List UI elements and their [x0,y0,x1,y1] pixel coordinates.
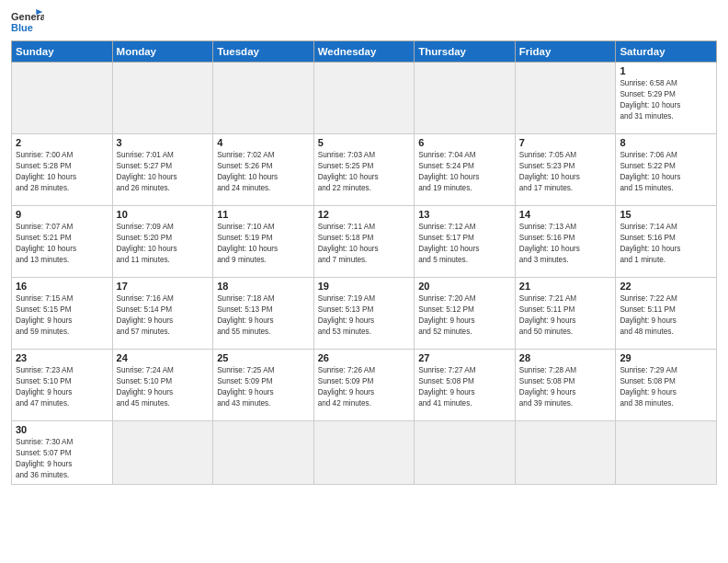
week-row-2: 2Sunrise: 7:00 AM Sunset: 5:28 PM Daylig… [12,134,717,206]
calendar-cell [213,421,314,485]
day-info: Sunrise: 7:00 AM Sunset: 5:28 PM Dayligh… [16,150,108,194]
day-number: 7 [519,137,612,148]
day-number: 17 [117,281,210,292]
calendar-cell: 12Sunrise: 7:11 AM Sunset: 5:18 PM Dayli… [313,206,415,278]
day-number: 19 [318,281,411,292]
calendar-cell: 27Sunrise: 7:27 AM Sunset: 5:08 PM Dayli… [415,350,516,421]
calendar-cell: 18Sunrise: 7:18 AM Sunset: 5:13 PM Dayli… [213,278,314,350]
weekday-header-tuesday: Tuesday [213,41,314,63]
day-info: Sunrise: 7:30 AM Sunset: 5:07 PM Dayligh… [16,437,108,481]
calendar-cell [515,63,616,134]
weekday-header-monday: Monday [112,41,213,63]
calendar-cell [112,421,213,485]
day-info: Sunrise: 7:13 AM Sunset: 5:16 PM Dayligh… [519,222,612,266]
weekday-header-sunday: Sunday [12,41,113,63]
day-number: 21 [519,281,612,292]
day-number: 22 [620,281,712,292]
day-info: Sunrise: 7:02 AM Sunset: 5:26 PM Dayligh… [217,150,310,194]
day-number: 10 [117,209,210,220]
calendar-cell [415,63,516,134]
day-number: 18 [217,281,310,292]
day-info: Sunrise: 7:22 AM Sunset: 5:11 PM Dayligh… [620,293,712,338]
day-info: Sunrise: 6:58 AM Sunset: 5:29 PM Dayligh… [620,78,712,122]
day-number: 16 [16,281,108,292]
calendar-cell [12,63,113,134]
calendar-cell: 7Sunrise: 7:05 AM Sunset: 5:23 PM Daylig… [515,134,616,206]
calendar-cell: 19Sunrise: 7:19 AM Sunset: 5:13 PM Dayli… [313,278,415,350]
calendar-cell [415,421,516,485]
day-number: 14 [519,209,612,220]
day-number: 23 [16,352,108,363]
day-number: 4 [217,137,310,148]
logo-icon: General Blue [11,9,44,35]
calendar-cell [616,421,717,485]
weekday-header-friday: Friday [515,41,616,63]
calendar-cell: 11Sunrise: 7:10 AM Sunset: 5:19 PM Dayli… [213,206,314,278]
day-number: 9 [16,209,108,220]
calendar-cell [515,421,616,485]
day-info: Sunrise: 7:25 AM Sunset: 5:09 PM Dayligh… [217,365,310,409]
calendar-cell: 6Sunrise: 7:04 AM Sunset: 5:24 PM Daylig… [415,134,516,206]
calendar-cell: 21Sunrise: 7:21 AM Sunset: 5:11 PM Dayli… [515,278,616,350]
day-info: Sunrise: 7:03 AM Sunset: 5:25 PM Dayligh… [318,150,411,194]
day-info: Sunrise: 7:07 AM Sunset: 5:21 PM Dayligh… [16,222,108,266]
calendar-cell: 29Sunrise: 7:29 AM Sunset: 5:08 PM Dayli… [616,350,717,421]
calendar-cell: 2Sunrise: 7:00 AM Sunset: 5:28 PM Daylig… [12,134,113,206]
weekday-header-thursday: Thursday [415,41,516,63]
calendar-cell: 9Sunrise: 7:07 AM Sunset: 5:21 PM Daylig… [12,206,113,278]
calendar-cell: 20Sunrise: 7:20 AM Sunset: 5:12 PM Dayli… [415,278,516,350]
day-info: Sunrise: 7:20 AM Sunset: 5:12 PM Dayligh… [418,293,511,338]
day-info: Sunrise: 7:05 AM Sunset: 5:23 PM Dayligh… [519,150,612,194]
day-number: 6 [418,137,511,148]
day-number: 15 [620,209,712,220]
calendar-cell: 30Sunrise: 7:30 AM Sunset: 5:07 PM Dayli… [12,421,113,485]
day-info: Sunrise: 7:26 AM Sunset: 5:09 PM Dayligh… [318,365,411,409]
day-info: Sunrise: 7:12 AM Sunset: 5:17 PM Dayligh… [418,222,511,266]
week-row-1: 1Sunrise: 6:58 AM Sunset: 5:29 PM Daylig… [12,63,717,134]
calendar-cell: 17Sunrise: 7:16 AM Sunset: 5:14 PM Dayli… [112,278,213,350]
calendar-cell: 3Sunrise: 7:01 AM Sunset: 5:27 PM Daylig… [112,134,213,206]
day-info: Sunrise: 7:28 AM Sunset: 5:08 PM Dayligh… [519,365,612,409]
calendar-cell: 13Sunrise: 7:12 AM Sunset: 5:17 PM Dayli… [415,206,516,278]
day-number: 11 [217,209,310,220]
header: General Blue [11,9,717,35]
day-number: 25 [217,352,310,363]
calendar-cell: 1Sunrise: 6:58 AM Sunset: 5:29 PM Daylig… [616,63,717,134]
day-info: Sunrise: 7:15 AM Sunset: 5:15 PM Dayligh… [16,293,108,338]
calendar-table: SundayMondayTuesdayWednesdayThursdayFrid… [11,40,717,485]
day-info: Sunrise: 7:01 AM Sunset: 5:27 PM Dayligh… [117,150,210,194]
calendar-cell [313,421,415,485]
day-info: Sunrise: 7:11 AM Sunset: 5:18 PM Dayligh… [318,222,411,266]
logo: General Blue [11,9,48,35]
day-info: Sunrise: 7:04 AM Sunset: 5:24 PM Dayligh… [418,150,511,194]
calendar-cell [213,63,314,134]
day-number: 26 [318,352,411,363]
page: General Blue SundayMondayTuesdayWednesda… [0,0,728,563]
weekday-header-saturday: Saturday [616,41,717,63]
calendar-cell: 25Sunrise: 7:25 AM Sunset: 5:09 PM Dayli… [213,350,314,421]
day-info: Sunrise: 7:23 AM Sunset: 5:10 PM Dayligh… [16,365,108,409]
calendar-cell: 15Sunrise: 7:14 AM Sunset: 5:16 PM Dayli… [616,206,717,278]
day-info: Sunrise: 7:24 AM Sunset: 5:10 PM Dayligh… [117,365,210,409]
day-number: 27 [418,352,511,363]
calendar-cell: 5Sunrise: 7:03 AM Sunset: 5:25 PM Daylig… [313,134,415,206]
day-info: Sunrise: 7:18 AM Sunset: 5:13 PM Dayligh… [217,293,310,338]
day-number: 3 [117,137,210,148]
svg-text:Blue: Blue [11,22,33,33]
week-row-4: 16Sunrise: 7:15 AM Sunset: 5:15 PM Dayli… [12,278,717,350]
day-info: Sunrise: 7:27 AM Sunset: 5:08 PM Dayligh… [418,365,511,409]
day-info: Sunrise: 7:06 AM Sunset: 5:22 PM Dayligh… [620,150,712,194]
day-number: 24 [117,352,210,363]
weekday-header-wednesday: Wednesday [313,41,415,63]
day-info: Sunrise: 7:19 AM Sunset: 5:13 PM Dayligh… [318,293,411,338]
calendar-cell: 23Sunrise: 7:23 AM Sunset: 5:10 PM Dayli… [12,350,113,421]
calendar-cell: 8Sunrise: 7:06 AM Sunset: 5:22 PM Daylig… [616,134,717,206]
calendar-cell: 10Sunrise: 7:09 AM Sunset: 5:20 PM Dayli… [112,206,213,278]
calendar-cell [313,63,415,134]
week-row-6: 30Sunrise: 7:30 AM Sunset: 5:07 PM Dayli… [12,421,717,485]
day-info: Sunrise: 7:29 AM Sunset: 5:08 PM Dayligh… [620,365,712,409]
day-number: 8 [620,137,712,148]
weekday-header-row: SundayMondayTuesdayWednesdayThursdayFrid… [12,41,717,63]
calendar-cell: 22Sunrise: 7:22 AM Sunset: 5:11 PM Dayli… [616,278,717,350]
day-info: Sunrise: 7:14 AM Sunset: 5:16 PM Dayligh… [620,222,712,266]
